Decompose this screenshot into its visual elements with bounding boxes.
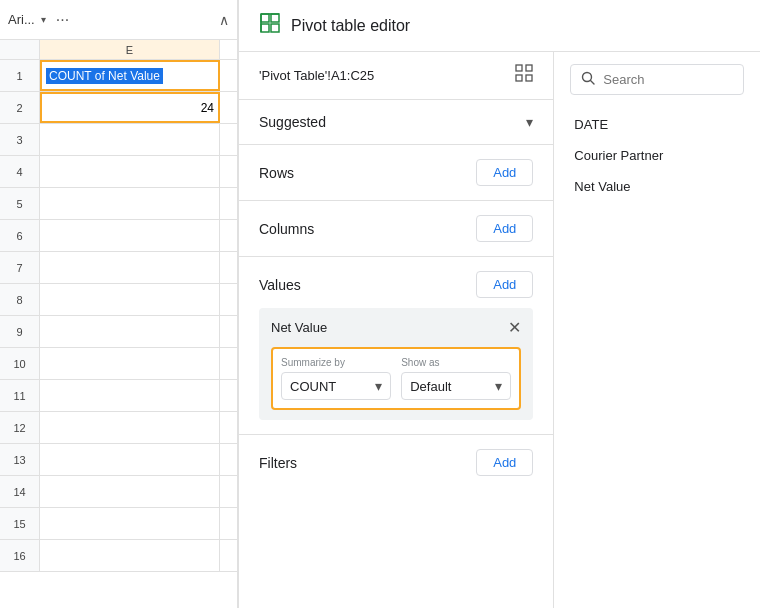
- cell-e8[interactable]: [40, 284, 220, 315]
- columns-section: Columns Add: [239, 201, 553, 257]
- table-row: 16: [0, 540, 237, 572]
- collapse-icon[interactable]: ∧: [219, 12, 229, 28]
- cell-e12[interactable]: [40, 412, 220, 443]
- cell-e14[interactable]: [40, 476, 220, 507]
- row-num-5: 5: [0, 188, 40, 219]
- cell-e13[interactable]: [40, 444, 220, 475]
- cell-e7[interactable]: [40, 252, 220, 283]
- cell-e2[interactable]: 24: [40, 92, 220, 123]
- row-num-1: 1: [0, 60, 40, 91]
- search-panel: DATE Courier Partner Net Value: [554, 52, 760, 608]
- grid-select-icon[interactable]: [515, 64, 533, 87]
- table-row: 15: [0, 508, 237, 540]
- net-value-close-button[interactable]: ✕: [508, 318, 521, 337]
- svg-rect-8: [516, 75, 522, 81]
- show-as-group: Show as Default ▾: [401, 357, 511, 400]
- search-icon: [581, 71, 595, 88]
- summarize-by-arrow-icon: ▾: [375, 378, 382, 394]
- table-row: 7: [0, 252, 237, 284]
- summarize-by-value: COUNT: [290, 379, 336, 394]
- col-header-row: E: [0, 40, 237, 60]
- field-item-courier-partner[interactable]: Courier Partner: [570, 140, 744, 171]
- svg-rect-0: [261, 14, 269, 22]
- data-range-text: 'Pivot Table'!A1:C25: [259, 68, 374, 83]
- table-row: 4: [0, 156, 237, 188]
- row-num-6: 6: [0, 220, 40, 251]
- svg-rect-3: [271, 24, 279, 32]
- values-label: Values: [259, 277, 301, 293]
- table-row: 5: [0, 188, 237, 220]
- table-row: 3: [0, 124, 237, 156]
- field-item-date[interactable]: DATE: [570, 109, 744, 140]
- show-as-value: Default: [410, 379, 451, 394]
- grid-area: E 1 COUNT of Net Value 2 24 3: [0, 40, 237, 608]
- cell-e6[interactable]: [40, 220, 220, 251]
- col-e-header: E: [40, 40, 220, 59]
- more-options-icon[interactable]: ···: [56, 11, 69, 29]
- row-num-3: 3: [0, 124, 40, 155]
- pivot-table-icon: [259, 12, 281, 39]
- filters-label: Filters: [259, 455, 297, 471]
- search-box: [570, 64, 744, 95]
- cell-e1[interactable]: COUNT of Net Value: [40, 60, 220, 91]
- cell-e3[interactable]: [40, 124, 220, 155]
- font-dropdown-arrow[interactable]: ▾: [41, 14, 46, 25]
- cell-e16[interactable]: [40, 540, 220, 571]
- row-num-12: 12: [0, 412, 40, 443]
- row-num-14: 14: [0, 476, 40, 507]
- field-item-net-value[interactable]: Net Value: [570, 171, 744, 202]
- suggested-label: Suggested: [259, 114, 326, 130]
- table-row: 14: [0, 476, 237, 508]
- summarize-by-group: Summarize by COUNT ▾: [281, 357, 391, 400]
- search-input[interactable]: [603, 72, 733, 87]
- dropdowns-row: Summarize by COUNT ▾ Show as Default ▾: [271, 347, 521, 410]
- suggested-section: Suggested ▾: [239, 100, 553, 145]
- cell-e1-text: COUNT of Net Value: [46, 68, 163, 84]
- table-row: 2 24: [0, 92, 237, 124]
- suggested-chevron-icon[interactable]: ▾: [526, 114, 533, 130]
- columns-add-button[interactable]: Add: [476, 215, 533, 242]
- font-name: Ari...: [8, 12, 35, 27]
- row-num-4: 4: [0, 156, 40, 187]
- columns-label: Columns: [259, 221, 314, 237]
- toolbar-row: Ari... ▾ ··· ∧: [0, 0, 237, 40]
- row-num-8: 8: [0, 284, 40, 315]
- summarize-by-dropdown[interactable]: COUNT ▾: [281, 372, 391, 400]
- row-num-9: 9: [0, 316, 40, 347]
- filters-add-button[interactable]: Add: [476, 449, 533, 476]
- table-row: 11: [0, 380, 237, 412]
- values-add-button[interactable]: Add: [476, 271, 533, 298]
- row-num-11: 11: [0, 380, 40, 411]
- pivot-panel-title: Pivot table editor: [291, 17, 410, 35]
- svg-line-11: [591, 81, 595, 85]
- net-value-card: Net Value ✕ Summarize by COUNT ▾: [259, 308, 533, 420]
- cell-e5[interactable]: [40, 188, 220, 219]
- svg-rect-6: [516, 65, 522, 71]
- row-num-7: 7: [0, 252, 40, 283]
- cell-e4[interactable]: [40, 156, 220, 187]
- table-row: 9: [0, 316, 237, 348]
- values-header: Values Add: [259, 271, 533, 298]
- row-num-13: 13: [0, 444, 40, 475]
- cell-e10[interactable]: [40, 348, 220, 379]
- cell-e9[interactable]: [40, 316, 220, 347]
- editor-main: 'Pivot Table'!A1:C25 Suggested ▾ Rows: [239, 52, 554, 608]
- pivot-content: 'Pivot Table'!A1:C25 Suggested ▾ Rows: [239, 52, 760, 608]
- svg-rect-7: [526, 65, 532, 71]
- row-num-10: 10: [0, 348, 40, 379]
- cell-e15[interactable]: [40, 508, 220, 539]
- show-as-dropdown[interactable]: Default ▾: [401, 372, 511, 400]
- spreadsheet-area: Ari... ▾ ··· ∧ E 1 COUNT of Net Value 2 …: [0, 0, 238, 608]
- values-section: Values Add Net Value ✕ Summarize by: [239, 257, 553, 435]
- rows-section: Rows Add: [239, 145, 553, 201]
- row-header-spacer: [0, 40, 40, 59]
- svg-rect-1: [271, 14, 279, 22]
- filters-section: Filters Add: [239, 435, 553, 490]
- rows-add-button[interactable]: Add: [476, 159, 533, 186]
- row-num-15: 15: [0, 508, 40, 539]
- cell-e2-text: 24: [201, 101, 214, 115]
- show-as-label: Show as: [401, 357, 511, 368]
- show-as-arrow-icon: ▾: [495, 378, 502, 394]
- cell-e11[interactable]: [40, 380, 220, 411]
- net-value-card-title: Net Value: [271, 320, 327, 335]
